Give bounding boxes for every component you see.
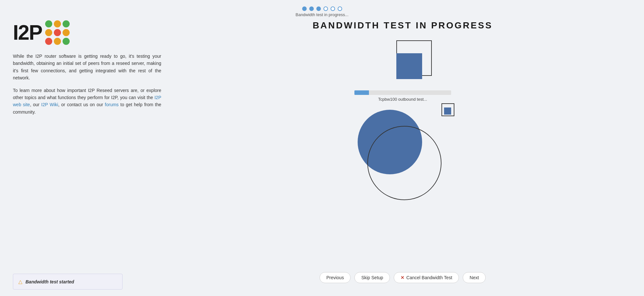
forums-link[interactable]: forums (105, 102, 119, 107)
status-warning-icon: △ (18, 279, 22, 285)
dot-6 (338, 6, 342, 11)
dot-3 (316, 6, 321, 11)
progress-section: Bandwidth test in progress... (13, 6, 631, 17)
logo-dot-2 (54, 20, 61, 27)
previous-button[interactable]: Previous (320, 272, 351, 283)
logo-area: I2P (13, 20, 161, 45)
logo-text: I2P (13, 22, 42, 43)
page-title: BANDWIDTH TEST IN PROGRESS (312, 20, 492, 31)
dot-1 (302, 6, 307, 11)
right-col-inner: BANDWIDTH TEST IN PROGRESS Tcpbw100 outb… (174, 20, 631, 290)
progress-label: Bandwidth test in progress... (295, 12, 348, 17)
main-content: I2P While the I2P router software is get… (13, 20, 631, 290)
desc2-pre: To learn more about how important I2P Re… (13, 88, 161, 100)
desc-paragraph-2: To learn more about how important I2P Re… (13, 87, 161, 116)
logo-dot-3 (63, 20, 70, 27)
desc2-mid2: , or contact us on our (58, 102, 105, 107)
left-column: I2P While the I2P router software is get… (13, 20, 161, 290)
logo-dot-1 (45, 20, 52, 27)
logo-dot-5 (54, 29, 61, 36)
dot-2 (309, 6, 314, 11)
circle-outline (367, 126, 441, 200)
square-filled-large (396, 53, 422, 79)
page-wrapper: Bandwidth test in progress... I2P (0, 0, 644, 296)
square-filled-small (444, 107, 451, 115)
skip-setup-button[interactable]: Skip Setup (354, 272, 390, 283)
logo-dot-7 (45, 38, 52, 45)
dot-5 (331, 6, 335, 11)
desc-paragraph-1: While the I2P router software is getting… (13, 53, 161, 82)
bandwidth-progress-area: Tcpbw100 outbound test... (348, 90, 458, 102)
desc2-mid1: , our (30, 102, 41, 107)
logo-dots (45, 20, 70, 45)
bandwidth-progress-fill (354, 90, 369, 95)
right-column: BANDWIDTH TEST IN PROGRESS Tcpbw100 outb… (174, 20, 631, 290)
animation-area: Tcpbw100 outbound test... (348, 40, 458, 215)
dot-4 (323, 6, 328, 11)
i2p-wiki-link[interactable]: I2P Wiki (41, 102, 58, 107)
logo-dot-6 (63, 29, 70, 36)
status-box: △ Bandwidth test started (13, 274, 123, 290)
step-dots (302, 6, 342, 11)
bandwidth-progress-bar (354, 90, 451, 95)
page-title-section: BANDWIDTH TEST IN PROGRESS (312, 20, 492, 31)
cancel-bandwidth-button[interactable]: ✕ Cancel Bandwidth Test (394, 272, 459, 283)
status-text: Bandwidth test started (25, 279, 74, 284)
logo-dot-9 (63, 38, 70, 45)
cancel-x-icon: ✕ (401, 275, 404, 280)
cancel-label: Cancel Bandwidth Test (406, 275, 452, 280)
next-button[interactable]: Next (463, 272, 486, 283)
bottom-buttons: Previous Skip Setup ✕ Cancel Bandwidth T… (320, 272, 486, 290)
logo-dot-4 (45, 29, 52, 36)
logo-dot-8 (54, 38, 61, 45)
bandwidth-progress-label: Tcpbw100 outbound test... (378, 97, 427, 102)
